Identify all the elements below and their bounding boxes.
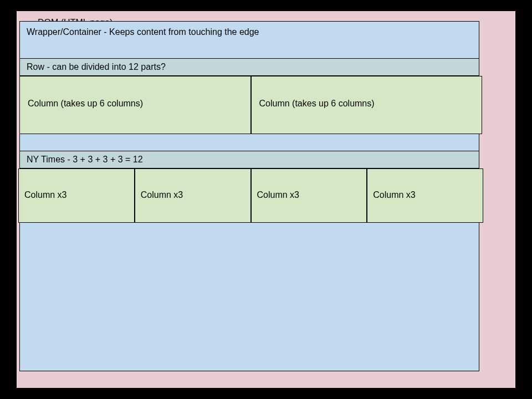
row2-col-a-label: Column x3 (24, 190, 66, 200)
row1-column-six-b: Column (takes up 6 columns) (251, 76, 483, 134)
row1-column-six-a: Column (takes up 6 columns) (19, 76, 251, 134)
row1-col-a-label: Column (takes up 6 columns) (28, 99, 143, 108)
row1-header-label: Row - can be divided into 12 parts? (27, 62, 166, 71)
row2-column-three-b: Column x3 (135, 168, 251, 223)
row2-column-three-d: Column x3 (367, 168, 483, 223)
row2-column-three-c: Column x3 (251, 168, 367, 223)
row2-header-label: NY Times - 3 + 3 + 3 + 3 = 12 (27, 155, 143, 164)
row2-col-d-label: Column x3 (373, 190, 415, 200)
row1-columns: Column (takes up 6 columns) Column (take… (19, 76, 482, 134)
wrapper-label: Wrapper/Container - Keeps content from t… (20, 22, 479, 43)
row2-column-three-a: Column x3 (18, 168, 135, 223)
row2-col-b-label: Column x3 (141, 190, 183, 200)
row2-col-c-label: Column x3 (257, 190, 299, 200)
row1-col-b-label: Column (takes up 6 columns) (259, 99, 375, 108)
row2-header-box: NY Times - 3 + 3 + 3 + 3 = 12 (19, 151, 479, 168)
row2-columns: Column x3 Column x3 Column x3 Column x3 (18, 168, 483, 223)
row1-header-box: Row - can be divided into 12 parts? (19, 58, 479, 76)
